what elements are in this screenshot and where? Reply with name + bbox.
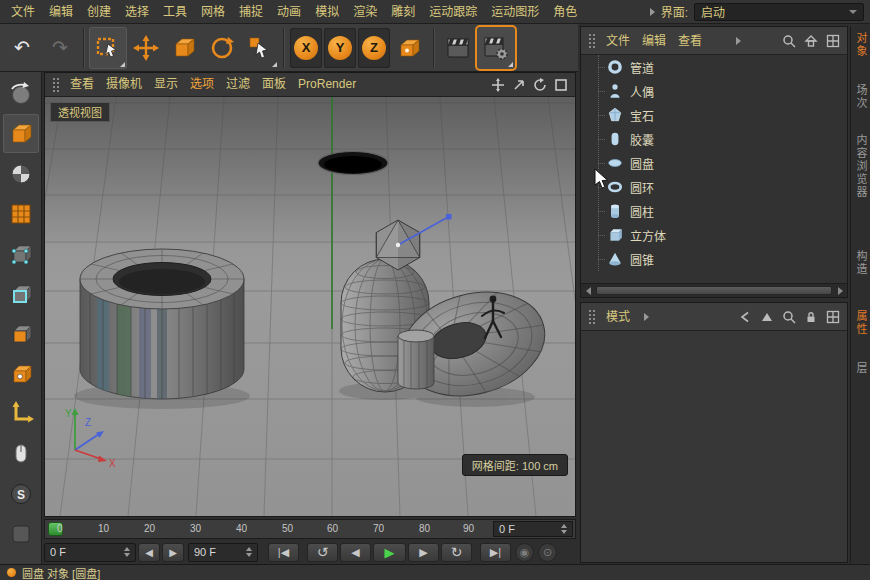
interface-select[interactable]: 启动 [694, 3, 864, 21]
viewport-toggle-button[interactable] [553, 77, 569, 93]
cylinder-object[interactable] [398, 330, 434, 389]
menu-animate[interactable]: 动画 [270, 0, 308, 24]
menu-overflow-icon[interactable] [736, 37, 741, 45]
om-menu-file[interactable]: 文件 [600, 27, 636, 55]
vp-menu-prorender[interactable]: ProRender [292, 73, 362, 96]
object-row-figure[interactable]: 人偶 [581, 79, 847, 103]
keyframe-button[interactable]: ⊙ [538, 543, 557, 562]
vp-menu-panel[interactable]: 面板 [256, 73, 292, 96]
object-list-hscrollbar[interactable] [581, 283, 847, 297]
tab-structure[interactable]: 构造 [851, 250, 870, 276]
menu-simulate[interactable]: 模拟 [308, 0, 346, 24]
start-frame-stepper[interactable] [124, 547, 130, 557]
extra-palette-button[interactable] [3, 514, 39, 553]
scroll-left-button[interactable] [581, 284, 595, 297]
menu-character[interactable]: 角色 [546, 0, 584, 24]
texture-mode-button[interactable] [3, 154, 39, 193]
lock-z-button[interactable]: Z [358, 28, 390, 68]
selection-flyout-button[interactable] [241, 27, 279, 69]
enable-axis-button[interactable] [3, 394, 39, 433]
scroll-right-button[interactable] [833, 284, 847, 297]
tab-layers[interactable]: 层 [851, 362, 870, 375]
search-icon[interactable] [781, 33, 796, 48]
panel-grip-icon[interactable] [588, 33, 597, 48]
undo-button[interactable]: ↶ [3, 27, 41, 69]
menu-snap[interactable]: 捕捉 [232, 0, 270, 24]
object-row-tube[interactable]: 管道 [581, 55, 847, 79]
scrollbar-thumb[interactable] [596, 286, 832, 295]
model-mode-button[interactable] [3, 114, 39, 153]
goto-end-button[interactable]: ▶| [480, 543, 511, 562]
rotate-tool-button[interactable] [203, 27, 241, 69]
menu-edit[interactable]: 编辑 [42, 0, 80, 24]
simulate-sphere-button[interactable]: S [3, 474, 39, 513]
home-icon[interactable] [803, 33, 818, 48]
viewport-canvas[interactable]: 透视视图 网格间距: 100 cm Y Z X [45, 97, 575, 516]
play-backward-button[interactable]: ↺ [307, 543, 338, 562]
step-forward-button[interactable]: ▶ [408, 543, 439, 562]
menu-render[interactable]: 渲染 [346, 0, 384, 24]
current-frame-field[interactable]: 0 F [493, 521, 573, 537]
history-back-icon[interactable] [737, 309, 752, 324]
polygons-mode-button[interactable] [3, 314, 39, 353]
disc-object[interactable] [318, 152, 388, 175]
tab-content-browser[interactable]: 内容浏览器 [851, 134, 870, 199]
menu-overflow-icon[interactable] [644, 313, 649, 321]
tab-objects[interactable]: 对象 [851, 32, 870, 58]
menu-tools[interactable]: 工具 [156, 0, 194, 24]
mouse-input-button[interactable] [3, 434, 39, 473]
object-row-cone[interactable]: 圆锥 [581, 247, 847, 271]
menu-overflow-icon[interactable] [650, 8, 655, 16]
points-mode-button[interactable] [3, 234, 39, 273]
lock-icon[interactable] [803, 309, 818, 324]
am-menu-mode[interactable]: 模式 [600, 303, 636, 331]
frame-stepper[interactable] [561, 524, 567, 534]
om-menu-edit[interactable]: 编辑 [636, 27, 672, 55]
end-frame-field[interactable]: 90 F [188, 543, 258, 562]
render-view-button[interactable] [439, 27, 477, 69]
lock-y-button[interactable]: Y [324, 28, 356, 68]
tweak-mode-button[interactable] [3, 354, 39, 393]
object-row-disc[interactable]: 圆盘 [581, 151, 847, 175]
viewport-pan-button[interactable] [490, 77, 506, 93]
object-row-cube[interactable]: 立方体 [581, 223, 847, 247]
menu-mesh[interactable]: 网格 [194, 0, 232, 24]
menu-motion-tracker[interactable]: 运动跟踪 [422, 0, 484, 24]
panel-grip-icon[interactable] [588, 309, 597, 324]
workplane-mode-button[interactable] [3, 194, 39, 233]
goto-start-button[interactable]: |◀ [268, 543, 299, 562]
lock-x-button[interactable]: X [290, 28, 322, 68]
redo-button[interactable]: ↷ [41, 27, 79, 69]
om-menu-view[interactable]: 查看 [672, 27, 708, 55]
viewport-zoom-button[interactable] [511, 77, 527, 93]
live-selection-button[interactable] [89, 27, 127, 69]
play-forward-button[interactable]: ↻ [441, 543, 472, 562]
tube-object[interactable] [80, 249, 244, 402]
add-panel-icon[interactable] [825, 309, 840, 324]
vp-menu-display[interactable]: 显示 [148, 73, 184, 96]
vp-menu-cameras[interactable]: 摄像机 [100, 73, 148, 96]
add-panel-icon[interactable] [825, 33, 840, 48]
range-next-button[interactable]: ▶ [162, 543, 184, 562]
object-row-torus[interactable]: 圆环 [581, 175, 847, 199]
vp-menu-options[interactable]: 选项 [184, 73, 220, 96]
make-editable-button[interactable] [3, 74, 39, 113]
tab-takes[interactable]: 场次 [851, 84, 870, 110]
menu-select[interactable]: 选择 [118, 0, 156, 24]
start-frame-field[interactable]: 0 F [44, 543, 136, 562]
move-tool-button[interactable] [127, 27, 165, 69]
arrow-up-icon[interactable] [759, 309, 774, 324]
search-icon[interactable] [781, 309, 796, 324]
record-button[interactable]: ◉ [515, 543, 534, 562]
render-settings-button[interactable] [477, 27, 515, 69]
play-button[interactable]: ▶ [373, 543, 406, 562]
range-prev-button[interactable]: ◀ [138, 543, 160, 562]
object-row-capsule[interactable]: 胶囊 [581, 127, 847, 151]
end-frame-stepper[interactable] [246, 547, 252, 557]
menu-create[interactable]: 创建 [80, 0, 118, 24]
panel-grip-icon[interactable] [52, 77, 61, 92]
step-back-button[interactable]: ◀ [340, 543, 371, 562]
object-row-gem[interactable]: 宝石 [581, 103, 847, 127]
menu-mograph[interactable]: 运动图形 [484, 0, 546, 24]
vp-menu-view[interactable]: 查看 [64, 73, 100, 96]
